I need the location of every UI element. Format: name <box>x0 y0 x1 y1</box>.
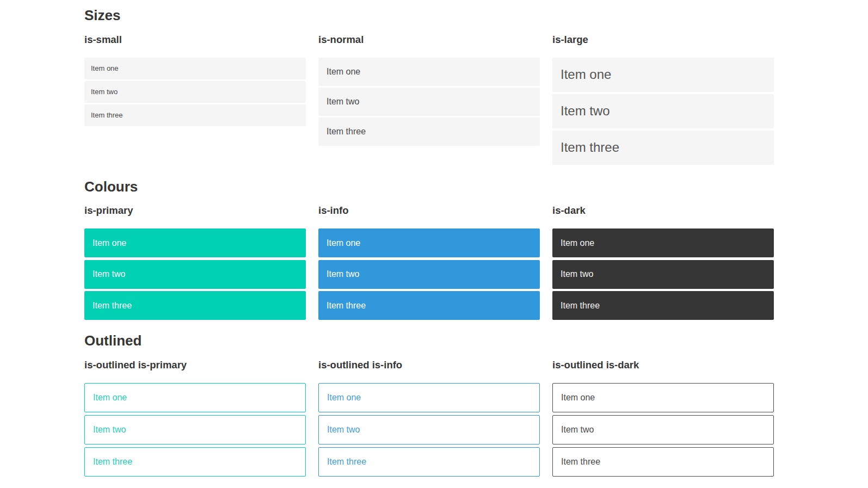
menu-list-is-normal: Item one Item two Item three <box>318 58 540 146</box>
colours-heading: Colours <box>84 178 774 196</box>
menu-item[interactable]: Item three <box>318 447 540 477</box>
column-is-normal: is-normal Item one Item two Item three <box>318 33 540 165</box>
menu-item[interactable]: Item two <box>84 81 306 103</box>
variant-label-is-primary: is-primary <box>84 204 306 217</box>
variant-label-is-large: is-large <box>552 33 774 46</box>
menu-list-is-outlined-is-primary: Item one Item two Item three <box>84 383 306 477</box>
menu-item[interactable]: Item three <box>84 291 306 320</box>
column-is-outlined-is-dark: is-outlined is-dark Item one Item two It… <box>552 359 774 477</box>
menu-item[interactable]: Item two <box>552 415 774 444</box>
menu-component-demo-page: Sizes is-small Item one Item two Item th… <box>84 0 774 477</box>
menu-item[interactable]: Item three <box>552 131 774 165</box>
column-is-primary: is-primary Item one Item two Item three <box>84 204 306 320</box>
outlined-columns: is-outlined is-primary Item one Item two… <box>84 359 774 477</box>
menu-list-is-outlined-is-info: Item one Item two Item three <box>318 383 540 477</box>
variant-label-is-outlined-is-primary: is-outlined is-primary <box>84 359 306 371</box>
menu-list-is-large: Item one Item two Item three <box>552 58 774 165</box>
menu-item[interactable]: Item three <box>552 291 774 320</box>
variant-label-is-dark: is-dark <box>552 204 774 217</box>
variant-label-is-info: is-info <box>318 204 540 217</box>
menu-item[interactable]: Item one <box>552 383 774 412</box>
menu-item[interactable]: Item two <box>84 260 306 289</box>
menu-item[interactable]: Item three <box>318 291 540 320</box>
menu-item[interactable]: Item two <box>318 415 540 444</box>
menu-list-is-outlined-is-dark: Item one Item two Item three <box>552 383 774 477</box>
menu-item[interactable]: Item three <box>552 447 774 477</box>
column-is-dark: is-dark Item one Item two Item three <box>552 204 774 320</box>
menu-item[interactable]: Item two <box>552 260 774 289</box>
column-is-small: is-small Item one Item two Item three <box>84 33 306 165</box>
variant-label-is-normal: is-normal <box>318 33 540 46</box>
menu-item[interactable]: Item three <box>84 104 306 126</box>
menu-item[interactable]: Item two <box>84 415 306 444</box>
column-is-outlined-is-primary: is-outlined is-primary Item one Item two… <box>84 359 306 477</box>
menu-item[interactable]: Item one <box>84 228 306 257</box>
column-is-large: is-large Item one Item two Item three <box>552 33 774 165</box>
menu-item[interactable]: Item one <box>552 228 774 257</box>
outlined-heading: Outlined <box>84 332 774 350</box>
menu-list-is-small: Item one Item two Item three <box>84 58 306 126</box>
menu-item[interactable]: Item two <box>318 260 540 289</box>
column-is-info: is-info Item one Item two Item three <box>318 204 540 320</box>
menu-item[interactable]: Item three <box>318 118 540 146</box>
section-sizes: Sizes is-small Item one Item two Item th… <box>84 7 774 165</box>
variant-label-is-small: is-small <box>84 33 306 46</box>
sizes-columns: is-small Item one Item two Item three is… <box>84 33 774 165</box>
section-outlined: Outlined is-outlined is-primary Item one… <box>84 332 774 477</box>
menu-item[interactable]: Item one <box>84 383 306 412</box>
variant-label-is-outlined-is-info: is-outlined is-info <box>318 359 540 371</box>
colours-columns: is-primary Item one Item two Item three … <box>84 204 774 320</box>
menu-item[interactable]: Item one <box>84 58 306 79</box>
column-is-outlined-is-info: is-outlined is-info Item one Item two It… <box>318 359 540 477</box>
menu-item[interactable]: Item two <box>552 94 774 128</box>
menu-list-is-dark: Item one Item two Item three <box>552 228 774 320</box>
menu-item[interactable]: Item one <box>318 58 540 86</box>
menu-list-is-primary: Item one Item two Item three <box>84 228 306 320</box>
section-colours: Colours is-primary Item one Item two Ite… <box>84 178 774 320</box>
menu-item[interactable]: Item one <box>318 228 540 257</box>
sizes-heading: Sizes <box>84 7 774 24</box>
menu-list-is-info: Item one Item two Item three <box>318 228 540 320</box>
menu-item[interactable]: Item three <box>84 447 306 477</box>
menu-item[interactable]: Item one <box>318 383 540 412</box>
menu-item[interactable]: Item one <box>552 58 774 92</box>
menu-item[interactable]: Item two <box>318 88 540 116</box>
variant-label-is-outlined-is-dark: is-outlined is-dark <box>552 359 774 371</box>
